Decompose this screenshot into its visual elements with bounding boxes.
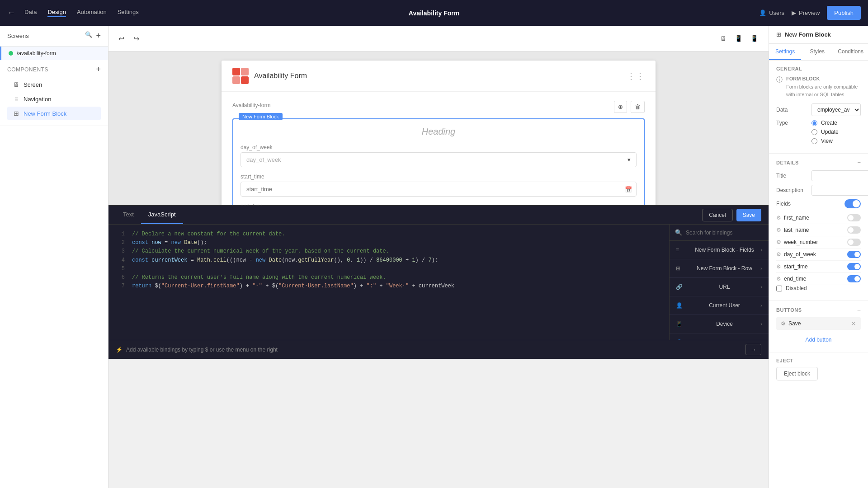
binding-group-current-user-item[interactable]: 👤 Current User › xyxy=(670,296,769,314)
type-create[interactable]: Create xyxy=(811,120,839,126)
details-section: DETAILS − Title ⚡ Description ⚡ Fields xyxy=(769,154,868,301)
field-toggle-start-time[interactable] xyxy=(847,263,861,270)
title-label: Title xyxy=(776,173,808,179)
sidebar-item-new-form-block[interactable]: ⊞ New Form Block xyxy=(7,107,101,120)
binding-cancel-button[interactable]: Cancel xyxy=(702,209,732,221)
bindings-search-input[interactable] xyxy=(686,230,763,236)
binding-group-fields-item[interactable]: ≡ New Form Block - Fields › xyxy=(670,241,769,259)
button-item-save: ⚙ Save ✕ xyxy=(776,317,861,330)
delete-button[interactable]: 🗑 xyxy=(631,101,645,113)
gear-icon-week-number[interactable]: ⚙ xyxy=(776,239,781,245)
binding-group-role-item[interactable]: 👤 Role › xyxy=(670,333,769,340)
binding-group-row-item[interactable]: ⊞ New Form Block - Row › xyxy=(670,259,769,277)
nav-data[interactable]: Data xyxy=(24,9,37,17)
screen-item[interactable]: /availability-form xyxy=(0,47,108,60)
sidebar-item-navigation[interactable]: ≡ Navigation xyxy=(7,92,101,106)
binding-submit-button[interactable]: → xyxy=(745,344,761,355)
form-field-day-of-week: day_of_week day_of_week ▾ xyxy=(241,144,637,167)
undo-button[interactable]: ↩ xyxy=(116,33,127,45)
type-radio-group: Create Update View xyxy=(811,120,839,144)
publish-button[interactable]: Publish xyxy=(827,6,861,20)
form-block-wrapper: New Form Block Heading day_of_week day_o… xyxy=(232,118,645,205)
binding-group-device-item[interactable]: 📱 Device › xyxy=(670,315,769,333)
current-user-icon: 👤 xyxy=(676,301,685,310)
code-line-7: 7 return $("Current·User.firstName") + "… xyxy=(116,282,662,291)
copy-button[interactable]: ⊕ xyxy=(614,101,627,113)
binding-editor: Text JavaScript Cancel Save 1 // Declare… xyxy=(108,205,769,359)
sidebar-item-screen[interactable]: 🖥 Screen xyxy=(7,78,101,91)
users-icon: 👤 xyxy=(759,9,766,16)
field-toggle-week-number[interactable] xyxy=(847,239,861,246)
gear-icon-day-of-week[interactable]: ⚙ xyxy=(776,251,781,258)
desktop-view-button[interactable]: 🖥 xyxy=(717,33,730,44)
tablet-view-button[interactable]: 📱 xyxy=(731,33,745,44)
tab-conditions[interactable]: Conditions xyxy=(833,44,868,60)
back-button[interactable]: ← xyxy=(7,8,15,18)
field-item-end-time: ⚙ end_time xyxy=(776,273,861,285)
type-label: Type xyxy=(776,120,808,126)
add-button-link[interactable]: Add button xyxy=(805,337,831,343)
field-name-first-name: first_name xyxy=(784,215,844,221)
eject-section: EJECT Eject block xyxy=(769,352,868,386)
tab-styles[interactable]: Styles xyxy=(801,44,833,60)
gear-icon-last-name[interactable]: ⚙ xyxy=(776,227,781,233)
redo-button[interactable]: ↪ xyxy=(131,33,142,45)
field-toggle-day-of-week[interactable] xyxy=(847,251,861,258)
binding-save-button[interactable]: Save xyxy=(736,209,761,221)
nav-design[interactable]: Design xyxy=(47,9,66,17)
details-collapse-icon[interactable]: − xyxy=(857,159,861,166)
data-select[interactable]: employee_availability xyxy=(811,103,861,116)
app-header: Availability Form ⋮⋮ xyxy=(222,61,656,92)
search-icon[interactable]: 🔍 xyxy=(85,31,92,41)
eject-block-button[interactable]: Eject block xyxy=(776,367,818,380)
users-button[interactable]: 👤 Users xyxy=(759,9,784,16)
tab-javascript[interactable]: JavaScript xyxy=(141,206,183,224)
general-section: GENERAL ⓘ FORM BLOCK Form blocks are onl… xyxy=(769,61,868,154)
tab-text[interactable]: Text xyxy=(116,206,141,224)
app-header-menu[interactable]: ⋮⋮ xyxy=(627,70,645,81)
panel-form-block-icon: ⊞ xyxy=(776,31,781,38)
type-update[interactable]: Update xyxy=(811,129,839,135)
row-arrow-icon: › xyxy=(760,265,762,272)
svg-rect-1 xyxy=(241,68,249,75)
field-input-start-time[interactable] xyxy=(241,182,637,197)
bindings-search-icon: 🔍 xyxy=(675,229,682,236)
app-preview: Availability Form ⋮⋮ Availability-form ⊕… xyxy=(222,61,656,205)
field-toggle-end-time[interactable] xyxy=(847,275,861,282)
code-editor[interactable]: 1 // Declare a new constant for the curr… xyxy=(108,225,669,340)
field-label-day-of-week: day_of_week xyxy=(241,144,637,150)
field-toggle-first-name[interactable] xyxy=(847,214,861,221)
gear-icon-start-time[interactable]: ⚙ xyxy=(776,263,781,270)
remove-save-button[interactable]: ✕ xyxy=(851,320,856,327)
gear-icon-first-name[interactable]: ⚙ xyxy=(776,215,781,221)
add-component-button[interactable]: + xyxy=(96,65,101,74)
panel-title: New Form Block xyxy=(785,31,831,38)
field-toggle-last-name[interactable] xyxy=(847,226,861,234)
current-user-arrow-icon: › xyxy=(760,302,762,309)
binding-group-current-user: 👤 Current User › xyxy=(670,296,769,315)
nav-automation[interactable]: Automation xyxy=(77,9,107,17)
field-input-day-of-week[interactable]: day_of_week ▾ xyxy=(241,152,637,167)
binding-group-url-item[interactable]: 🔗 URL › xyxy=(670,278,769,296)
gear-icon-end-time[interactable]: ⚙ xyxy=(776,276,781,282)
type-create-radio[interactable] xyxy=(811,120,817,126)
type-view-radio[interactable] xyxy=(811,138,817,144)
preview-button[interactable]: ▶ Preview xyxy=(792,9,820,16)
type-view[interactable]: View xyxy=(811,138,839,144)
code-line-5: 5 xyxy=(116,265,662,273)
add-screen-button[interactable]: + xyxy=(96,31,101,41)
field-item-week-number: ⚙ week_number xyxy=(776,236,861,249)
gear-icon-save[interactable]: ⚙ xyxy=(781,320,786,327)
disabled-checkbox[interactable] xyxy=(776,286,782,291)
fields-arrow-icon: › xyxy=(760,247,762,253)
buttons-collapse-icon[interactable]: − xyxy=(857,306,861,314)
fields-toggle[interactable] xyxy=(844,199,861,208)
nav-settings[interactable]: Settings xyxy=(118,9,139,17)
mobile-view-button[interactable]: 📱 xyxy=(747,33,761,44)
description-input[interactable] xyxy=(811,185,868,196)
title-input[interactable] xyxy=(811,170,868,181)
type-update-radio[interactable] xyxy=(811,129,817,135)
url-arrow-icon: › xyxy=(760,284,762,290)
tab-settings[interactable]: Settings xyxy=(769,44,801,60)
binding-group-current-user-label: Current User xyxy=(709,302,740,309)
